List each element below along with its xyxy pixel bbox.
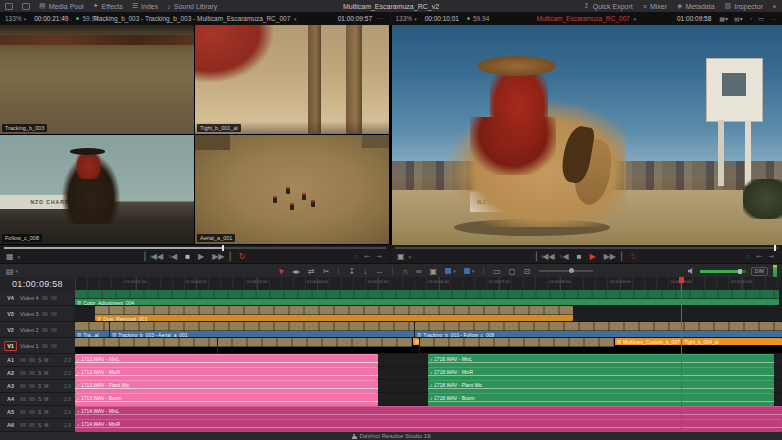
quick-export-button[interactable]: ↥Quick Export bbox=[584, 2, 633, 10]
timeline-clip[interactable]: ♪ 1718.WAV - MixR bbox=[428, 367, 774, 380]
source-zoom-select[interactable]: 133%▾ bbox=[5, 15, 26, 22]
track-lane-A5[interactable]: ♪ 1714.WAV - MixL bbox=[75, 406, 782, 419]
timeline-view-options-icon[interactable]: ▤▾ bbox=[6, 267, 18, 276]
stop-button[interactable]: ■ bbox=[185, 252, 190, 261]
solo-button[interactable]: S bbox=[38, 357, 41, 363]
play-button[interactable]: ▶ bbox=[590, 252, 596, 261]
timeline-ruler[interactable]: 01:00:01:0001:00:02:0001:00:03:0001:00:0… bbox=[75, 277, 782, 291]
mute-button[interactable]: M bbox=[44, 383, 48, 389]
track-header-A3[interactable]: A3SM2.0 bbox=[0, 380, 75, 393]
track-badge-V3[interactable]: V3 bbox=[4, 309, 17, 319]
snapping-magnet-icon[interactable]: ∩ bbox=[402, 267, 408, 276]
auto-select-icon[interactable] bbox=[29, 384, 35, 388]
track-lock-icon[interactable] bbox=[20, 384, 26, 388]
linked-selection-icon[interactable]: ∞ bbox=[416, 267, 422, 276]
auto-select-icon[interactable] bbox=[51, 328, 57, 332]
solo-button[interactable]: S bbox=[38, 383, 41, 389]
track-lane-V1[interactable]: ▥Multicam_Custom_b_007 - Follow_c_001▥Mu… bbox=[75, 338, 782, 354]
goto-out-icon[interactable]: ⇥ bbox=[768, 253, 774, 261]
expand-viewer-icon[interactable]: ▭ bbox=[758, 15, 764, 22]
source-options-icon[interactable]: ··· bbox=[377, 15, 384, 22]
playhead[interactable] bbox=[681, 277, 682, 432]
track-badge-A2[interactable]: A2 bbox=[4, 368, 17, 378]
timeline-clip[interactable]: ▥Multicam_Custom_b_007 - Follow_c_001 bbox=[75, 338, 217, 353]
selection-mode-button[interactable] bbox=[280, 268, 284, 274]
zoom-slider-knob[interactable] bbox=[569, 268, 574, 273]
track-header-A5[interactable]: A5SM2.0 bbox=[0, 406, 75, 419]
timeline-clip[interactable]: ♪ 1713.WAV - MixL bbox=[75, 354, 378, 367]
timeline-clip[interactable]: ♪ 1718.WAV - MixL bbox=[428, 354, 774, 367]
auto-select-icon[interactable] bbox=[29, 423, 35, 427]
position-lock-icon[interactable]: ▣ bbox=[430, 267, 438, 276]
goto-out-icon[interactable]: ⇥ bbox=[376, 253, 382, 261]
track-lane-V4[interactable]: ▥Color_Adjustment_004 bbox=[75, 290, 782, 306]
track-lock-icon[interactable] bbox=[20, 358, 26, 362]
track-badge-A4[interactable]: A4 bbox=[4, 394, 17, 404]
speaker-icon[interactable] bbox=[688, 268, 695, 275]
track-lock-icon[interactable] bbox=[42, 344, 48, 348]
timeline-clip[interactable]: ▥Tracking_b_003 - Aerial_a_001 bbox=[110, 322, 414, 337]
step-back-button[interactable]: ◀ bbox=[563, 252, 569, 261]
track-lane-A1[interactable]: ♪ 1713.WAV - MixL♪ 1718.WAV - MixL bbox=[75, 354, 782, 367]
volume-slider[interactable] bbox=[700, 270, 746, 273]
track-lane-V3[interactable]: ▥Dust_Removal_003 bbox=[75, 306, 782, 322]
match-frame-icon[interactable]: ○ bbox=[746, 253, 750, 260]
goto-in-icon[interactable]: ⇤ bbox=[756, 253, 762, 261]
blade-edit-button[interactable]: ✂ bbox=[323, 267, 330, 276]
mixer-button[interactable]: ≡Mixer bbox=[643, 3, 667, 10]
track-header-A6[interactable]: A6SM2.0 bbox=[0, 419, 75, 432]
angle-follow[interactable]: NZO CHARRO Follow_c_008 bbox=[0, 135, 194, 244]
viewer-options-icon[interactable]: ··· bbox=[770, 16, 776, 22]
track-lock-icon[interactable] bbox=[20, 423, 26, 427]
track-badge-A1[interactable]: A1 bbox=[4, 355, 17, 365]
play-button[interactable]: ▶ bbox=[198, 252, 204, 261]
track-badge-A5[interactable]: A5 bbox=[4, 407, 17, 417]
solo-button[interactable]: S bbox=[38, 409, 41, 415]
goto-start-button[interactable]: ▏◀◀ bbox=[536, 252, 554, 261]
timeline-clip[interactable]: ♪ 1714.WAV - MixL bbox=[75, 406, 782, 419]
auto-select-icon[interactable] bbox=[51, 344, 57, 348]
solo-button[interactable]: S bbox=[38, 422, 41, 428]
goto-end-button[interactable]: ▶▶▕ bbox=[212, 252, 230, 261]
auto-select-icon[interactable] bbox=[51, 312, 57, 316]
media-pool-button[interactable]: ▤Media Pool bbox=[39, 2, 84, 10]
solo-button[interactable]: S bbox=[38, 396, 41, 402]
trim-edit-mode-button[interactable]: ◂▸ bbox=[292, 267, 300, 276]
auto-select-icon[interactable] bbox=[51, 296, 57, 300]
track-lock-icon[interactable] bbox=[20, 371, 26, 375]
dynamic-trim-button[interactable]: ⇄ bbox=[308, 267, 315, 276]
track-header-A2[interactable]: A2SM2.0 bbox=[0, 367, 75, 380]
track-badge-V2[interactable]: V2 bbox=[4, 325, 17, 335]
timeline-clip[interactable]: ▥Multicam_Custom_b_007 - Tight_b_004_al bbox=[420, 338, 782, 353]
track-lane-A2[interactable]: ♪ 1713.WAV - MixR♪ 1718.WAV - MixR bbox=[75, 367, 782, 380]
track-badge-V1[interactable]: V1 bbox=[4, 341, 17, 351]
goto-in-icon[interactable]: ⇤ bbox=[364, 253, 370, 261]
track-lane-A6[interactable]: ♪ 1714.WAV - MixR bbox=[75, 419, 782, 432]
track-lane-A3[interactable]: ♪ 1713.WAV - Plant Mic♪ 1718.WAV - Plant… bbox=[75, 380, 782, 393]
angle-tight[interactable]: Tight_b_001_al bbox=[195, 25, 389, 134]
timeline-clip[interactable]: ♪ 1713.WAV - MixR bbox=[75, 367, 378, 380]
mute-button[interactable]: M bbox=[44, 396, 48, 402]
inspector-button[interactable]: ▥Inspector bbox=[725, 2, 763, 10]
auto-select-icon[interactable] bbox=[29, 358, 35, 362]
volume-knob[interactable] bbox=[738, 269, 742, 274]
window-layout-icon[interactable] bbox=[5, 3, 13, 10]
track-badge-A6[interactable]: A6 bbox=[4, 420, 17, 430]
track-lock-icon[interactable] bbox=[42, 296, 48, 300]
timeline-viewer[interactable]: NZO CHARRO bbox=[392, 25, 782, 245]
track-header-V2[interactable]: V2Video 2 bbox=[0, 322, 75, 338]
timeline-zoom-slider[interactable] bbox=[539, 270, 593, 272]
timeline-clip[interactable]: ♪ 1713.WAV - Plant Mic bbox=[75, 380, 378, 393]
marker-color-dropdown[interactable]: ▾ bbox=[464, 268, 475, 274]
auto-select-icon[interactable] bbox=[29, 410, 35, 414]
sound-library-button[interactable]: ♪Sound Library bbox=[167, 3, 217, 10]
flag-color-dropdown[interactable]: ▾ bbox=[445, 268, 456, 274]
metadata-button[interactable]: ◈Metadata bbox=[677, 2, 715, 10]
loop-button[interactable]: ↻ bbox=[630, 252, 637, 261]
track-header-V3[interactable]: V3Video 3 bbox=[0, 306, 75, 322]
replace-clip-button[interactable]: ↔ bbox=[375, 267, 383, 276]
timeline-clip[interactable]: ▥Tracking_b_003 - Follow_c_008 bbox=[415, 322, 782, 337]
track-lock-icon[interactable] bbox=[42, 312, 48, 316]
timeline-clip[interactable]: ▥Tra...al bbox=[75, 322, 109, 337]
timeline-clip[interactable]: ♪ 1714.WAV - MixR bbox=[75, 419, 782, 432]
